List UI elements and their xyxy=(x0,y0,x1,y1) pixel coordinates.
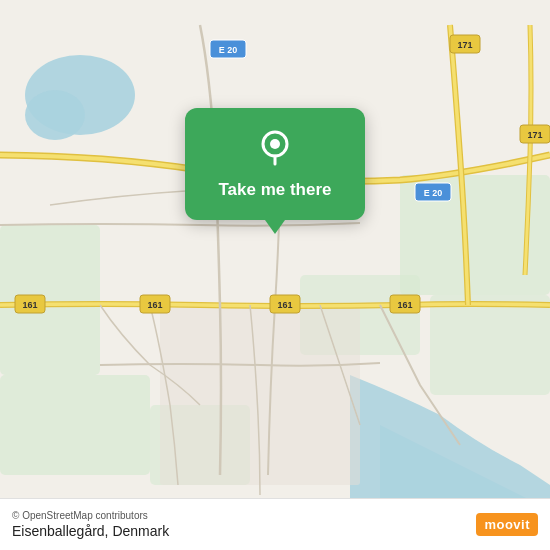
map-svg: E 20 E 20 171 171 161 161 161 161 xyxy=(0,0,550,550)
svg-text:161: 161 xyxy=(147,300,162,310)
location-pin-icon xyxy=(253,126,297,170)
svg-point-26 xyxy=(270,139,280,149)
svg-text:161: 161 xyxy=(277,300,292,310)
moovit-logo-text: moovit xyxy=(476,513,538,536)
take-me-there-label: Take me there xyxy=(218,180,331,200)
moovit-logo: moovit xyxy=(476,513,538,536)
svg-rect-7 xyxy=(430,295,550,395)
bottom-left: © OpenStreetMap contributors Eisenballeg… xyxy=(12,510,169,539)
svg-text:171: 171 xyxy=(527,130,542,140)
copyright-text: © OpenStreetMap contributors xyxy=(12,510,169,521)
svg-rect-3 xyxy=(0,375,150,475)
svg-text:E 20: E 20 xyxy=(424,188,443,198)
svg-point-1 xyxy=(25,90,85,140)
svg-text:161: 161 xyxy=(397,300,412,310)
svg-text:E 20: E 20 xyxy=(219,45,238,55)
popup-card[interactable]: Take me there xyxy=(185,108,365,220)
map-container: E 20 E 20 171 171 161 161 161 161 Take m… xyxy=(0,0,550,550)
bottom-bar: © OpenStreetMap contributors Eisenballeg… xyxy=(0,498,550,550)
location-text: Eisenballegård, Denmark xyxy=(12,523,169,539)
svg-text:161: 161 xyxy=(22,300,37,310)
svg-text:171: 171 xyxy=(457,40,472,50)
